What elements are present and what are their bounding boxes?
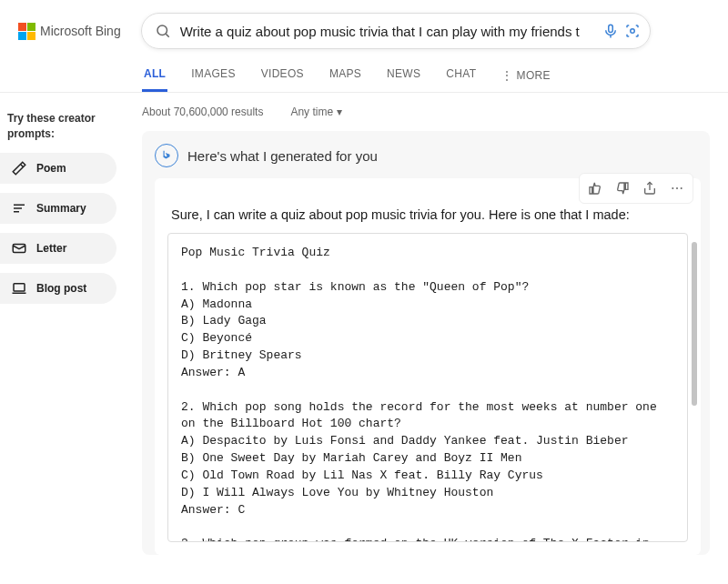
prompt-label: Summary [36,202,86,215]
tab-images[interactable]: IMAGES [189,60,237,92]
microsoft-icon [18,23,35,40]
svg-point-12 [672,187,673,189]
thumbs-down-button[interactable] [609,176,636,201]
laptop-icon [11,280,27,297]
svg-point-0 [157,25,167,35]
tab-more-label: MORE [517,69,551,82]
chevron-down-icon: ▾ [337,106,342,118]
more-actions-button[interactable] [663,176,691,201]
prompt-letter[interactable]: Letter [0,233,116,264]
prompt-label: Poem [36,162,66,175]
logo[interactable]: Microsoft Bing [18,23,121,40]
mic-icon[interactable] [602,23,619,39]
more-dots-icon: ⋮ [501,69,512,82]
svg-rect-9 [14,283,25,290]
search-icon [155,23,171,39]
scrollbar[interactable] [692,242,697,537]
svg-point-14 [681,187,682,189]
prompt-blog[interactable]: Blog post [0,273,116,304]
prompt-label: Letter [36,242,66,255]
lines-icon [11,200,27,216]
thumbs-up-button[interactable] [581,176,609,201]
tab-news[interactable]: NEWS [385,60,422,92]
sidebar-title: Try these creator prompts: [7,111,116,142]
svg-line-1 [166,34,168,36]
prompt-summary[interactable]: Summary [0,193,116,224]
ai-code-output: Pop Music Trivia Quiz 1. Which pop star … [167,233,688,542]
tab-all[interactable]: ALL [142,60,167,92]
camera-search-icon[interactable] [624,23,641,39]
search-input[interactable] [180,24,597,39]
tab-more[interactable]: ⋮ MORE [500,60,552,92]
ai-action-bar [579,173,693,204]
tab-videos[interactable]: VIDEOS [259,60,306,92]
search-tabs: ALL IMAGES VIDEOS MAPS NEWS CHAT ⋮ MORE [0,56,728,93]
svg-point-13 [676,187,678,189]
envelope-icon [11,240,27,257]
svg-point-4 [630,29,634,34]
ai-result-card: Here's what I generated for you Sure, I … [142,131,710,555]
ai-heading: Here's what I generated for you [187,148,378,164]
bing-chat-icon [155,144,178,167]
tab-chat[interactable]: CHAT [444,60,478,92]
prompt-poem[interactable]: Poem [0,153,116,184]
search-bar[interactable] [141,13,651,49]
prompt-label: Blog post [36,282,86,295]
time-filter[interactable]: Any time ▾ [290,106,342,118]
svg-rect-2 [608,25,612,32]
time-filter-label: Any time [290,106,333,118]
result-count: About 70,600,000 results [142,106,263,118]
tab-maps[interactable]: MAPS [328,60,363,92]
pen-icon [11,160,27,176]
logo-text: Microsoft Bing [40,24,121,38]
share-button[interactable] [636,176,663,201]
